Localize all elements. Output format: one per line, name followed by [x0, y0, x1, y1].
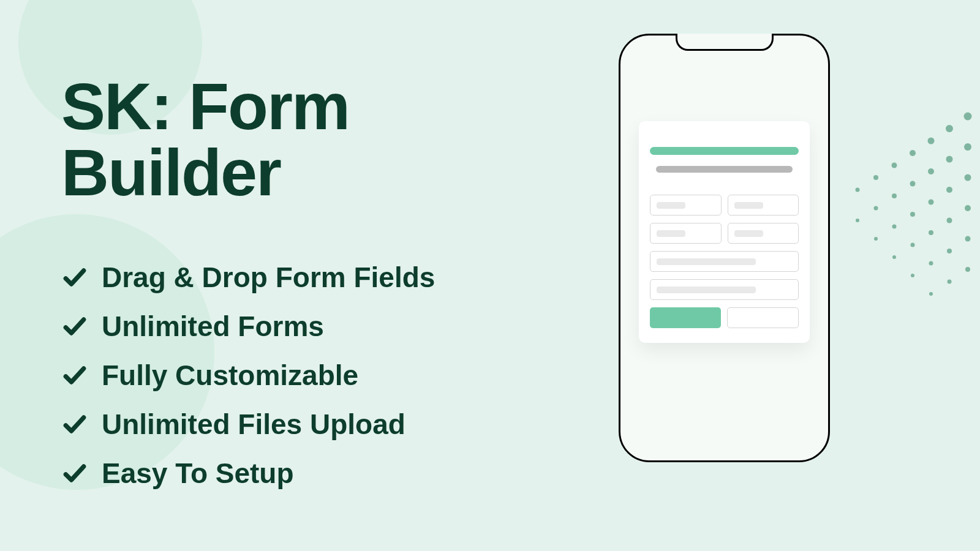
- check-icon: [61, 411, 88, 438]
- svg-point-12: [965, 236, 971, 242]
- svg-point-30: [874, 237, 878, 241]
- feature-item: Drag & Drop Form Fields: [61, 261, 582, 294]
- feature-label: Easy To Setup: [102, 457, 294, 490]
- svg-point-56: [873, 175, 878, 180]
- feature-list: Drag & Drop Form Fields Unlimited Forms …: [61, 261, 582, 490]
- check-icon: [61, 362, 88, 389]
- feature-label: Unlimited Forms: [102, 310, 324, 343]
- svg-point-59: [928, 138, 935, 144]
- svg-point-2: [965, 267, 970, 272]
- svg-point-34: [946, 187, 952, 193]
- svg-point-57: [892, 163, 897, 168]
- svg-point-60: [946, 125, 953, 132]
- feature-item: Easy To Setup: [61, 457, 582, 490]
- check-icon: [61, 460, 88, 487]
- check-icon: [61, 313, 88, 340]
- submit-button-placeholder: [650, 307, 721, 328]
- svg-point-23: [965, 205, 971, 211]
- form-field-placeholder: [728, 223, 799, 244]
- secondary-button-placeholder: [727, 307, 799, 328]
- svg-point-47: [946, 156, 953, 163]
- form-field-placeholder: [728, 195, 799, 216]
- feature-label: Unlimited Files Upload: [102, 408, 405, 441]
- svg-point-20: [911, 243, 915, 247]
- svg-point-1: [948, 280, 952, 284]
- form-field-placeholder: [650, 279, 799, 300]
- svg-point-21: [929, 230, 933, 235]
- svg-point-31: [892, 225, 897, 229]
- feature-label: Drag & Drop Form Fields: [102, 261, 435, 294]
- svg-point-45: [910, 181, 916, 187]
- svg-point-44: [892, 193, 897, 198]
- svg-point-46: [928, 168, 934, 174]
- check-icon: [61, 264, 88, 291]
- form-field-placeholder: [650, 223, 722, 244]
- svg-point-19: [892, 255, 896, 259]
- svg-point-9: [911, 274, 914, 277]
- form-field-placeholder: [650, 251, 799, 272]
- svg-point-32: [910, 212, 915, 217]
- feature-item: Unlimited Files Upload: [61, 408, 582, 441]
- form-title-placeholder: [650, 147, 799, 155]
- feature-label: Fully Customizable: [102, 359, 358, 392]
- feature-item: Fully Customizable: [61, 359, 582, 392]
- svg-point-61: [964, 113, 972, 121]
- svg-point-0: [929, 292, 933, 296]
- svg-point-33: [929, 200, 934, 205]
- phone-notch: [676, 34, 774, 51]
- phone-mockup: [619, 34, 830, 462]
- svg-point-55: [856, 188, 860, 192]
- svg-point-35: [965, 174, 971, 181]
- page-title: SK: Form Builder: [61, 73, 582, 206]
- svg-point-11: [947, 249, 952, 253]
- svg-point-48: [964, 143, 971, 151]
- form-field-placeholder: [650, 195, 722, 216]
- svg-point-58: [910, 150, 916, 156]
- feature-item: Unlimited Forms: [61, 310, 582, 343]
- form-subtitle-placeholder: [656, 166, 793, 173]
- svg-point-42: [856, 219, 859, 222]
- svg-point-10: [929, 261, 933, 266]
- svg-point-22: [947, 218, 952, 223]
- svg-point-43: [874, 206, 878, 211]
- form-card: [639, 121, 810, 343]
